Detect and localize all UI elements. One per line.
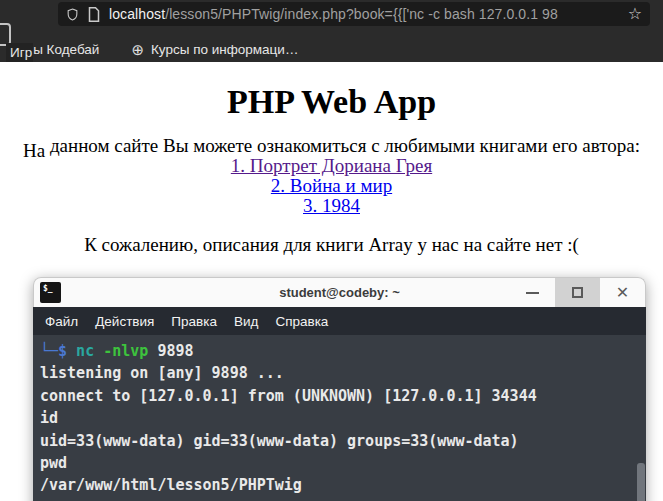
maximize-button[interactable] — [555, 278, 600, 307]
bookmark-item-courses[interactable]: ⊕ Курсы по информаци… — [131, 42, 298, 57]
terminal-line: listening on [any] 9898 ... — [40, 362, 646, 384]
intro-rest: данном сайте Вы можете ознакомиться с лю… — [45, 135, 640, 156]
menu-file[interactable]: Файл — [45, 314, 78, 329]
url-text[interactable]: localhost/lesson5/PHPTwig/index.php?book… — [109, 6, 622, 22]
terminal-scrollbar[interactable] — [637, 463, 645, 501]
minimize-icon — [526, 292, 539, 294]
browser-chrome: localhost/lesson5/PHPTwig/index.php?book… — [0, 0, 663, 62]
menu-actions[interactable]: Действия — [95, 314, 154, 329]
bookmark-label: Курсы по информаци… — [151, 42, 298, 57]
book-link-2[interactable]: 2. Война и мир — [0, 176, 663, 196]
command-port: 9898 — [148, 342, 193, 360]
maximize-icon — [572, 287, 583, 298]
terminal-menubar: Файл Действия Правка Вид Справка — [33, 307, 646, 335]
terminal-app-icon: $_ — [40, 282, 61, 303]
close-icon: ✕ — [616, 283, 629, 302]
minimize-button[interactable] — [510, 278, 555, 307]
page-title: PHP Web App — [0, 83, 663, 121]
intro-first-word: На — [23, 141, 45, 161]
bookmark-label-rest: ы Кодебай — [33, 42, 99, 57]
terminal-prompt-line: └─$ nc -nlvp 9898 — [40, 340, 646, 362]
terminal-line: ^C — [40, 497, 646, 501]
error-message: К сожалению, описания для книги Array у … — [0, 234, 663, 256]
close-button[interactable]: ✕ — [600, 278, 645, 307]
bookmarks-bar: Игры Кодебай ⊕ Курсы по информаци… — [6, 36, 663, 62]
intro-text: На данном сайте Вы можете ознакомиться с… — [0, 136, 663, 156]
terminal-line: id — [40, 407, 646, 429]
terminal-line: /var/www/html/lesson5/PHPTwig — [40, 474, 646, 496]
command-name: nc — [67, 342, 94, 360]
bookmark-star-icon[interactable]: ☆ — [628, 6, 642, 22]
terminal-titlebar[interactable]: $_ student@codeby: ~ ✕ — [33, 277, 646, 307]
page-info-icon[interactable] — [88, 7, 100, 22]
globe-icon: ⊕ — [131, 42, 144, 57]
terminal-line: pwd — [40, 452, 646, 474]
menu-help[interactable]: Справка — [275, 314, 328, 329]
address-bar[interactable]: localhost/lesson5/PHPTwig/index.php?book… — [58, 2, 650, 26]
url-path: /lesson5/PHPTwig/index.php?book={{['nc -… — [165, 6, 558, 22]
url-domain: localhost — [109, 6, 165, 22]
terminal-line: connect to [127.0.0.1] from (UNKNOWN) [1… — [40, 385, 646, 407]
terminal-line: uid=33(www-data) gid=33(www-data) groups… — [40, 430, 646, 452]
window-controls: ✕ — [510, 278, 645, 307]
bookmark-item-games[interactable]: Игры Кодебай — [6, 37, 99, 62]
prompt-symbol: └─$ — [40, 342, 67, 360]
menu-edit[interactable]: Правка — [171, 314, 217, 329]
book-link-1[interactable]: 1. Портрет Дориана Грея — [0, 156, 663, 176]
command-args: -nlvp — [94, 342, 148, 360]
book-link-3[interactable]: 3. 1984 — [0, 196, 663, 216]
terminal-window: $_ student@codeby: ~ ✕ Файл Действия Пра… — [33, 277, 646, 501]
book-links: 1. Портрет Дориана Грея 2. Война и мир 3… — [0, 156, 663, 216]
terminal-output[interactable]: └─$ nc -nlvp 9898 listening on [any] 989… — [33, 335, 646, 501]
menu-view[interactable]: Вид — [234, 314, 258, 329]
shield-icon[interactable] — [66, 7, 79, 22]
